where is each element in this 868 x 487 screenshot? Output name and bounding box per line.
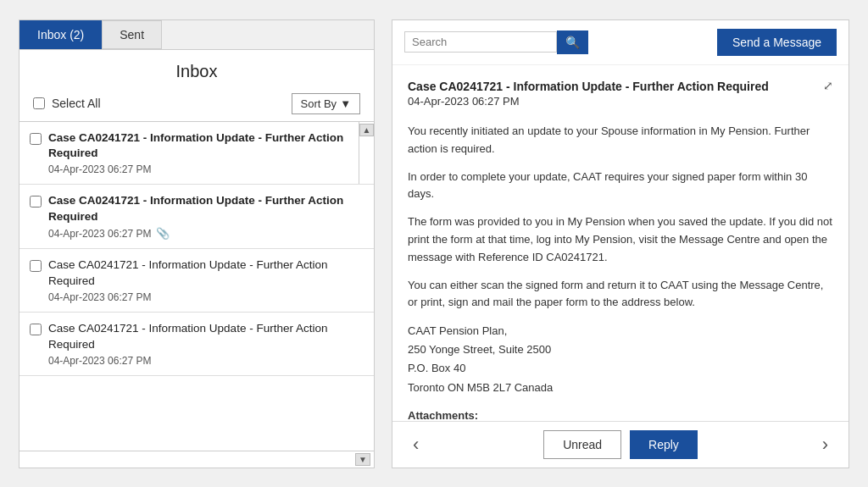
message-detail: Case CA0241721 - Information Update - Fu…	[392, 65, 849, 421]
detail-paragraph-4: You can either scan the signed form and …	[408, 277, 833, 313]
detail-title: Case CA0241721 - Information Update - Fu…	[408, 79, 776, 96]
right-top-bar: ▼ 🔍 Send a Message	[392, 20, 849, 65]
scroll-down-arrow[interactable]: ▼	[355, 453, 370, 466]
detail-paragraph-1: You recently initiated an update to your…	[408, 123, 833, 158]
message-subject: Case CA0241721 - Information Update - Fu…	[48, 257, 364, 290]
tab-sent[interactable]: Sent	[102, 20, 162, 49]
message-date: 04-Apr-2023 06:27 PM	[48, 163, 348, 175]
scroll-up-arrow[interactable]: ▲	[359, 124, 374, 136]
main-container: Inbox (2) Sent Inbox Select All Sort By …	[19, 19, 849, 468]
message-date: 04-Apr-2023 06:27 PM	[48, 291, 364, 303]
send-message-button[interactable]: Send a Message	[717, 29, 837, 56]
select-all-checkbox[interactable]	[33, 97, 45, 109]
detail-date: 04-Apr-2023 06:27 PM	[408, 95, 776, 108]
detail-body: You recently initiated an update to your…	[408, 123, 833, 420]
message-content: Case CA0241721 - Information Update - Fu…	[48, 257, 364, 303]
message-subject: Case CA0241721 - Information Update - Fu…	[48, 193, 364, 225]
message-item-1-wrap: Case CA0241721 - Information Update - Fu…	[19, 122, 374, 185]
sort-by-button[interactable]: Sort By ▼	[292, 93, 361, 114]
select-all-row: Select All Sort By ▼	[19, 90, 374, 121]
detail-address: CAAT Pension Plan, 250 Yonge Street, Sui…	[408, 322, 833, 396]
messages-list: Case CA0241721 - Information Update - Fu…	[19, 121, 374, 451]
chevron-down-icon: ▼	[340, 97, 351, 110]
search-input-wrap: ▼	[404, 31, 557, 53]
message-content: Case CA0241721 - Information Update - Fu…	[48, 193, 364, 240]
search-container: ▼ 🔍	[404, 30, 588, 54]
detail-paragraph-2: In order to complete your update, CAAT r…	[408, 169, 833, 204]
message-item[interactable]: Case CA0241721 - Information Update - Fu…	[19, 185, 374, 249]
right-panel: ▼ 🔍 Send a Message Case CA0241721 - Info…	[392, 19, 849, 468]
detail-title-wrap: Case CA0241721 - Information Update - Fu…	[408, 79, 776, 119]
message-item[interactable]: Case CA0241721 - Information Update - Fu…	[19, 122, 359, 185]
inbox-title: Inbox	[19, 50, 374, 90]
tabs-bar: Inbox (2) Sent	[19, 20, 374, 50]
search-input[interactable]	[412, 36, 554, 48]
reply-button[interactable]: Reply	[630, 430, 698, 459]
detail-paragraph-3: The form was provided to you in My Pensi…	[408, 213, 833, 266]
message-date: 04-Apr-2023 06:27 PM	[48, 355, 364, 367]
footer-actions: Unread Reply	[543, 430, 698, 459]
select-all-label: Select All	[52, 97, 101, 110]
message-checkbox[interactable]	[30, 260, 42, 272]
detail-footer: ‹ Unread Reply ›	[392, 421, 849, 468]
prev-message-button[interactable]: ‹	[406, 430, 426, 459]
message-item[interactable]: Case CA0241721 - Information Update - Fu…	[19, 249, 374, 313]
tab-inbox[interactable]: Inbox (2)	[19, 20, 102, 49]
attachment-icon: 📎	[156, 227, 170, 240]
expand-icon[interactable]: ⤢	[823, 79, 833, 92]
message-content: Case CA0241721 - Information Update - Fu…	[48, 321, 364, 367]
left-panel: Inbox (2) Sent Inbox Select All Sort By …	[19, 19, 375, 468]
message-checkbox[interactable]	[30, 196, 42, 208]
message-checkbox[interactable]	[30, 324, 42, 335]
scrollbar: ▲	[359, 122, 374, 185]
attachments-label: Attachments:	[408, 407, 833, 421]
unread-button[interactable]: Unread	[543, 430, 621, 459]
message-checkbox[interactable]	[30, 133, 42, 145]
next-message-button[interactable]: ›	[815, 430, 835, 459]
detail-header: Case CA0241721 - Information Update - Fu…	[408, 79, 833, 119]
message-subject: Case CA0241721 - Information Update - Fu…	[48, 130, 348, 163]
select-all-left: Select All	[33, 97, 101, 110]
search-icon: 🔍	[565, 36, 580, 49]
message-subject: Case CA0241721 - Information Update - Fu…	[48, 321, 364, 353]
search-button[interactable]: 🔍	[557, 30, 588, 54]
message-item[interactable]: Case CA0241721 - Information Update - Fu…	[19, 313, 374, 376]
message-date: 04-Apr-2023 06:27 PM 📎	[48, 227, 364, 240]
message-content: Case CA0241721 - Information Update - Fu…	[48, 130, 348, 176]
